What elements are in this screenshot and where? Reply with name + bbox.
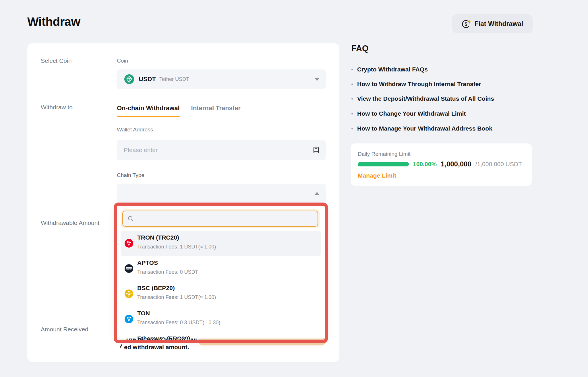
fiat-withdrawal-label: Fiat Withdrawal [475, 20, 523, 28]
bullet-dot [351, 128, 353, 129]
wallet-address-label: Wallet Address [117, 127, 153, 133]
bullet-dot [351, 69, 353, 70]
limit-used-amount: 1,000,000 [441, 160, 471, 168]
faq-link-label: View the Deposit/Withdrawal Status of Al… [357, 95, 494, 102]
chain-search-input[interactable] [137, 211, 313, 226]
withdraw-to-tabs: On-chain Withdrawal Internal Transfer [117, 104, 326, 117]
address-book-icon[interactable] [312, 146, 320, 154]
bullet-dot [351, 83, 353, 85]
faq-link-label: How to Change Your Withdrawal Limit [357, 110, 466, 117]
fiat-withdrawal-button[interactable]: $ Fiat Withdrawal [452, 14, 533, 33]
faq-link-label: How to Manage Your Withdrawal Address Bo… [357, 125, 492, 132]
limit-progress-bar [358, 162, 409, 166]
chain-type-label: Chain Type [117, 172, 144, 178]
tron-icon [125, 239, 133, 248]
manage-limit-link[interactable]: Manage Limit [358, 172, 396, 179]
daily-limit-label: Daily Remaining Limit [358, 151, 411, 157]
page-title: Withdraw [27, 15, 80, 29]
faq-link-internal-transfer[interactable]: How to Withdraw Through Internal Transfe… [351, 81, 481, 88]
bullet-dot [351, 113, 353, 114]
chevron-up-icon [314, 192, 320, 195]
note-tick-mark [120, 344, 122, 348]
coin-select[interactable]: USDT Tether USDT [117, 69, 326, 89]
chain-option-fee: Transaction Fees: 0 USDT [137, 269, 198, 275]
chain-option-title: BSC (BEP20) [137, 285, 175, 292]
faq-link-deposit-withdrawal-status[interactable]: View the Deposit/Withdrawal Status of Al… [351, 95, 494, 102]
withdraw-to-label: Withdraw to [41, 104, 73, 111]
withdrawable-amount-label: Withdrawable Amount [41, 219, 99, 226]
usdt-coin-icon [124, 74, 134, 84]
chain-option-ton[interactable]: TON Transaction Fees: 0.3 USDT(≈ 0.30) [121, 306, 321, 332]
bullet-dot [351, 98, 353, 100]
svg-text:$: $ [465, 22, 467, 27]
daily-limit-row: 100.00% 1,000,000 /1,000,000 USDT [358, 158, 522, 170]
limit-percent: 100.00% [413, 161, 437, 168]
tab-internal-transfer[interactable]: Internal Transfer [191, 104, 241, 117]
chain-option-aptos[interactable]: APTOS Transaction Fees: 0 USDT [121, 256, 321, 281]
bsc-icon [125, 289, 133, 298]
chain-search-field [122, 211, 318, 227]
faq-title: FAQ [351, 44, 369, 53]
chain-option-ethereum[interactable]: Ethereum (ERC20) [121, 332, 321, 339]
chevron-down-icon [314, 78, 320, 81]
chain-type-select[interactable] [117, 184, 326, 203]
amount-received-label: Amount Received [41, 326, 88, 333]
wallet-address-field [117, 140, 326, 160]
chain-option-bsc[interactable]: BSC (BEP20) Transaction Fees: 1 USDT(≈ 1… [121, 281, 321, 306]
chain-option-title: Ethereum (ERC20) [137, 335, 190, 339]
chain-option-list: TRON (TRC20) Transaction Fees: 1 USDT(≈ … [121, 231, 321, 339]
chain-option-fee: Transaction Fees: 0.3 USDT(≈ 0.30) [137, 320, 220, 326]
faq-link-change-withdrawal-limit[interactable]: How to Change Your Withdrawal Limit [351, 110, 466, 117]
coin-field-label: Coin [117, 58, 128, 64]
faq-link-manage-address-book[interactable]: How to Manage Your Withdrawal Address Bo… [351, 125, 492, 132]
coin-symbol: USDT [139, 75, 156, 83]
faq-link-label: Crypto Withdrawal FAQs [357, 66, 428, 73]
search-icon [127, 215, 134, 222]
tab-onchain-withdrawal[interactable]: On-chain Withdrawal [117, 104, 180, 117]
chain-type-dropdown: TRON (TRC20) Transaction Fees: 1 USDT(≈ … [116, 204, 326, 339]
faq-link-label: How to Withdraw Through Internal Transfe… [357, 81, 481, 88]
coin-fullname: Tether USDT [159, 76, 189, 82]
wallet-address-input[interactable] [118, 140, 312, 160]
chain-option-title: TON [137, 310, 150, 317]
select-coin-label: Select Coin [41, 57, 71, 64]
fiat-coin-icon: $ [462, 19, 471, 28]
aptos-icon [125, 264, 133, 273]
chain-option-fee: Transaction Fees: 1 USDT(≈ 1.00) [137, 294, 216, 300]
chain-option-title: TRON (TRC20) [137, 234, 179, 241]
chain-option-title: APTOS [137, 259, 158, 266]
daily-limit-card: Daily Remaining Limit 100.00% 1,000,000 … [351, 143, 532, 186]
chain-option-tron[interactable]: TRON (TRC20) Transaction Fees: 1 USDT(≈ … [121, 231, 321, 256]
limit-total-amount: /1,000,000 USDT [475, 161, 522, 168]
faq-link-crypto-withdrawal-faqs[interactable]: Crypto Withdrawal FAQs [351, 66, 428, 73]
chain-option-fee: Transaction Fees: 1 USDT(≈ 1.00) [137, 244, 216, 250]
ton-icon [125, 315, 133, 323]
